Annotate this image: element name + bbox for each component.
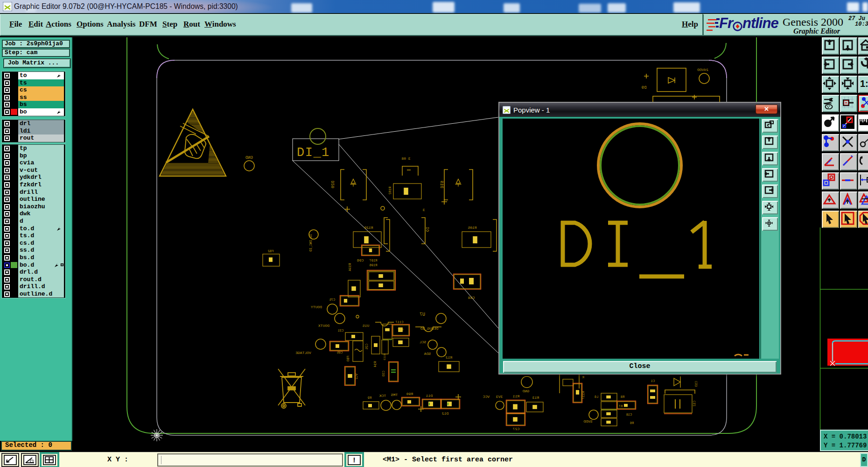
svg-text:3V3: 3V3 — [496, 395, 503, 399]
svg-text:C96: C96 — [357, 258, 364, 262]
svg-text:SDA: SDA — [424, 352, 431, 356]
svg-text:VCC: VCC — [483, 395, 490, 399]
svg-text:C37: C37 — [398, 328, 404, 332]
svg-text:C88: C88 — [468, 296, 475, 300]
svg-text:ID_INC_ID: ID_INC_ID — [309, 234, 313, 252]
svg-text:GND: GND — [523, 389, 530, 393]
svg-text:C117: C117 — [396, 320, 404, 324]
svg-text:L6: L6 — [595, 395, 598, 399]
svg-text:R113: R113 — [383, 354, 386, 361]
svg-text:IO: IO — [426, 227, 430, 232]
svg-text:C25: C25 — [365, 344, 369, 350]
svg-text:R129: R129 — [364, 226, 373, 230]
svg-text:C33: C33 — [382, 371, 385, 377]
svg-text:R12: R12 — [446, 355, 453, 360]
svg-text:3 08: 3 08 — [401, 156, 410, 161]
svg-text:D20: D20 — [331, 181, 336, 188]
svg-text:3: 3 — [422, 208, 425, 212]
svg-text:R90: R90 — [406, 392, 413, 396]
svg-text:R8: R8 — [621, 395, 624, 399]
svg-text:U7: U7 — [420, 312, 425, 317]
svg-text:U15: U15 — [363, 324, 370, 328]
svg-text:TMS: TMS — [391, 393, 398, 397]
svg-text:R19A: R19A — [348, 263, 352, 272]
svg-text:TCK: TCK — [379, 394, 386, 398]
svg-text:R11: R11 — [513, 394, 520, 398]
svg-text:24VDD: 24VDD — [697, 68, 708, 72]
svg-text:DOUTX: DOUTX — [318, 324, 329, 328]
svg-text:FB2: FB2 — [268, 249, 274, 253]
svg-text:FB3: FB3 — [346, 356, 350, 362]
svg-text:SVDD: SVDD — [583, 419, 592, 424]
svg-text:R117: R117 — [581, 391, 585, 399]
svg-text:D12: D12 — [442, 411, 449, 416]
svg-text:C18: C18 — [626, 413, 632, 417]
svg-text:GND: GND — [245, 156, 253, 160]
svg-text:R197: R197 — [370, 259, 378, 262]
svg-text:VC2: VC2 — [355, 374, 358, 380]
svg-text:C27: C27 — [513, 427, 520, 431]
svg-text:1:: 1: — [860, 78, 868, 89]
svg-text:C13: C13 — [694, 381, 698, 387]
svg-text:D9: D9 — [642, 85, 647, 90]
svg-text:R196: R196 — [370, 263, 378, 267]
svg-text:C31: C31 — [338, 329, 344, 333]
svg-text:C75: C75 — [329, 298, 336, 302]
svg-text:VOLTAGE: VOLTAGE — [295, 351, 311, 355]
svg-text:C12: C12 — [693, 401, 696, 407]
svg-text:D11: D11 — [426, 394, 433, 398]
svg-text:C1: C1 — [651, 379, 655, 383]
svg-text:DEBUG_SD: DEBUG_SD — [420, 326, 439, 331]
svg-text:R13: R13 — [532, 396, 539, 400]
svg-text:R182: R182 — [388, 187, 392, 195]
svg-text:SCL: SCL — [420, 340, 427, 344]
svg-text:R14: R14 — [373, 361, 377, 368]
svg-text:C95: C95 — [337, 351, 343, 354]
svg-text:R9: R9 — [368, 396, 371, 400]
svg-text:R105: R105 — [468, 226, 476, 230]
svg-text:D19: D19 — [439, 181, 444, 188]
svg-text:DOUTY: DOUTY — [311, 305, 322, 309]
svg-text:R6: R6 — [630, 421, 634, 425]
svg-text:R7: R7 — [619, 404, 623, 408]
svg-text:DI_1: DI_1 — [297, 146, 330, 160]
